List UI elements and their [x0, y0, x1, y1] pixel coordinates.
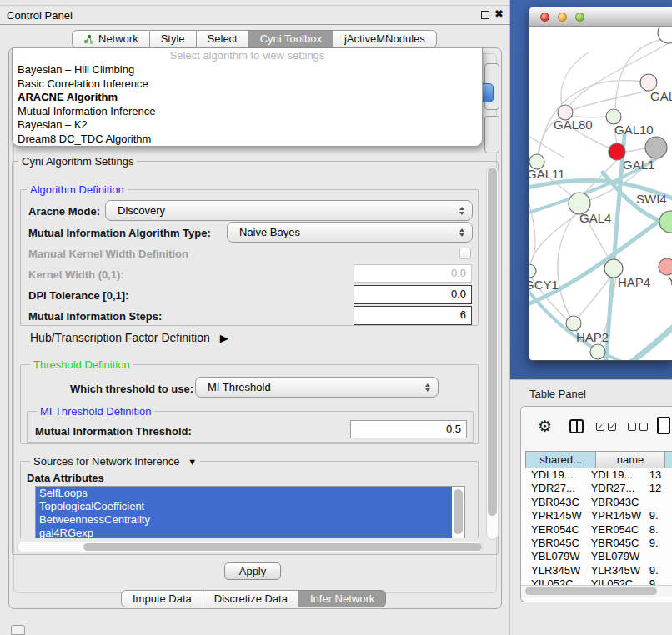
minimize-traffic-light-icon[interactable] [558, 12, 567, 22]
table-cell[interactable]: YBL079W [585, 550, 644, 563]
network-node-gal[interactable] [640, 74, 657, 91]
attribute-list-item[interactable]: BetweennessCentrality [36, 513, 452, 527]
network-node-hap2[interactable] [566, 316, 581, 331]
hub-definition-toggle[interactable]: Hub/Transcription Factor Definition ▶ [30, 331, 228, 344]
mi-steps-field[interactable]: 6 [354, 306, 472, 325]
table-cell[interactable]: YDR27... [525, 482, 585, 495]
table-hscrollbar-thumb[interactable] [525, 588, 657, 595]
tab-cyni-toolbox[interactable]: Cyni Toolbox [249, 30, 333, 48]
gear-icon[interactable]: ⚙ [538, 418, 552, 434]
table-row[interactable]: YER054CYER054C8. [525, 523, 672, 537]
zoom-traffic-light-icon[interactable] [575, 12, 584, 22]
apply-button[interactable]: Apply [224, 562, 281, 580]
list-scrollbar-thumb[interactable] [454, 489, 463, 534]
table-cell[interactable]: YBR045C [525, 537, 585, 550]
network-canvas[interactable]: GALGAL80GAL10GAL1GAL11SWI4GAL4GCY1HAP4YH… [529, 27, 672, 360]
table-cell[interactable]: 8. [644, 523, 672, 537]
panel-grip-icon[interactable] [11, 625, 25, 635]
network-node-gcy1[interactable] [529, 264, 536, 278]
tab-jactivemnodules[interactable]: jActiveMNodules [333, 30, 437, 48]
float-window-icon[interactable] [481, 11, 489, 19]
column-header[interactable]: name [596, 451, 665, 468]
table-hscrollbar-track[interactable] [521, 585, 672, 597]
table-row[interactable]: YPR145WYPR145W9. [525, 509, 672, 522]
table-cell[interactable]: 9. [644, 537, 672, 550]
mi-threshold-label: Mutual Information Threshold: [35, 425, 192, 438]
table-cell[interactable]: YDL19... [525, 468, 585, 482]
table-cell[interactable]: YER054C [525, 523, 585, 537]
tab-discretize-data[interactable]: Discretize Data [203, 590, 299, 608]
attribute-list-item[interactable]: SelfLoops [36, 487, 452, 500]
sources-group-title[interactable]: Sources for Network Inference ▼ [30, 455, 200, 468]
which-threshold-combo[interactable]: MI Threshold [195, 377, 439, 398]
checked-checkbox-icon[interactable]: ✓ [608, 422, 616, 431]
dropdown-item[interactable]: Dream8 DC_TDC Algorithm [13, 132, 482, 147]
dropdown-item[interactable]: ARACNE Algorithm [13, 91, 482, 105]
mi-threshold-field[interactable]: 0.5 [350, 420, 467, 438]
tab-style[interactable]: Style [150, 30, 197, 48]
table-cell[interactable]: YBR045C [585, 537, 644, 550]
column-header[interactable]: shared... [525, 451, 596, 468]
column-header[interactable]: A [665, 451, 672, 468]
table-cell[interactable]: YLR345W [525, 564, 585, 578]
network-window-titlebar[interactable] [529, 8, 672, 27]
table-row[interactable]: YBR043CYBR043C [525, 496, 672, 509]
table-cell[interactable]: YPR145W [585, 509, 644, 522]
attribute-list-item[interactable]: TopologicalCoefficient [36, 500, 452, 513]
split-columns-icon[interactable] [569, 419, 584, 433]
table-cell[interactable]: YBR043C [525, 496, 585, 509]
close-icon[interactable]: ✖ [494, 8, 504, 20]
attribute-list-item[interactable]: gal4RGexp [36, 527, 452, 538]
table-cell[interactable]: 9. [644, 564, 672, 578]
table-cell[interactable]: YER054C [585, 523, 644, 537]
tab-network[interactable]: Network [72, 30, 150, 48]
tab-impute-data[interactable]: Impute Data [121, 590, 203, 608]
table-row[interactable]: YDR27...YDR27...12 [525, 482, 672, 495]
table-row[interactable]: YLR345WYLR345W9. [525, 564, 672, 578]
table-cell[interactable] [644, 550, 672, 563]
node-label: GAL80 [554, 118, 593, 132]
data-attributes-label: Data Attributes [27, 472, 104, 484]
network-node-swi4[interactable] [659, 211, 672, 232]
tab-infer-network[interactable]: Infer Network [299, 590, 386, 608]
close-traffic-light-icon[interactable] [540, 12, 549, 22]
table-cell[interactable]: YPR145W [525, 509, 585, 522]
network-node[interactable] [590, 344, 605, 359]
settings-vscrollbar-thumb[interactable] [488, 168, 497, 516]
dpi-tolerance-field[interactable]: 0.0 [354, 285, 472, 304]
table-header-row: shared...nameA [525, 451, 672, 468]
table-cell[interactable] [644, 496, 672, 509]
table-cell[interactable]: YDR27... [585, 482, 644, 495]
table-cell[interactable]: YLR345W [585, 564, 644, 578]
table-row[interactable]: YDL19...YDL19...13 [525, 468, 672, 482]
dropdown-item[interactable]: Basic Correlation Inference [13, 78, 482, 92]
settings-hscrollbar-thumb[interactable] [83, 543, 482, 551]
kernel-width-field[interactable]: 0.0 [354, 264, 472, 282]
checked-checkbox-icon[interactable]: ✓ [596, 422, 604, 431]
unchecked-checkbox-icon[interactable] [639, 422, 648, 431]
network-view-window: GALGAL80GAL10GAL1GAL11SWI4GAL4GCY1HAP4YH… [529, 7, 672, 361]
table-cell[interactable]: 9. [644, 509, 672, 522]
table-cell[interactable]: YBL079W [525, 550, 585, 563]
aracne-mode-combo[interactable]: Discovery [105, 200, 473, 221]
dropdown-item[interactable]: Bayesian – Hill Climbing [13, 63, 482, 78]
table-row[interactable]: YBR045CYBR045C9. [525, 537, 672, 550]
mi-type-combo[interactable]: Naive Bayes [227, 222, 473, 242]
aracne-mode-value: Discovery [118, 204, 165, 217]
tab-select[interactable]: Select [197, 30, 249, 48]
page-icon[interactable] [657, 417, 670, 434]
dropdown-item[interactable]: Mutual Information Inference [13, 105, 482, 119]
dropdown-item[interactable]: Bayesian – K2 [13, 118, 482, 132]
tab-label: Style [161, 31, 185, 48]
table-cell[interactable]: 13 [644, 468, 672, 482]
network-node[interactable] [645, 137, 667, 158]
which-threshold-value: MI Threshold [208, 381, 271, 393]
table-cell[interactable]: YDL19... [585, 468, 644, 482]
table-row[interactable]: YBL079WYBL079W [525, 550, 672, 563]
network-node[interactable] [658, 27, 672, 43]
unchecked-checkbox-icon[interactable] [628, 422, 636, 431]
manual-kernel-checkbox[interactable] [459, 248, 471, 259]
table-cell[interactable]: YBR043C [585, 496, 644, 509]
table-cell[interactable]: 12 [644, 482, 672, 495]
network-node-y[interactable] [659, 258, 672, 275]
